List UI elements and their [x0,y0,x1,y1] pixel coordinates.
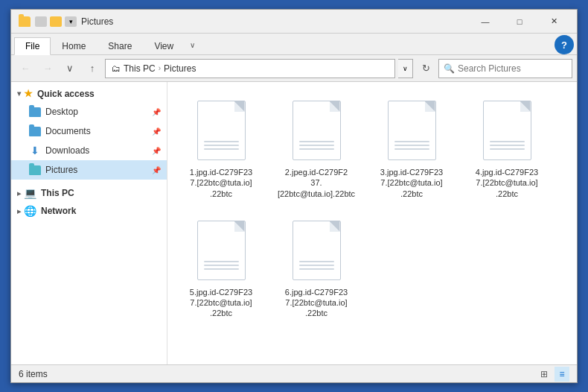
window-controls: — □ ✕ [468,10,571,34]
file-doc-icon-2 [293,101,341,160]
search-box: 🔍 [438,59,572,78]
sidebar-section-quick-access[interactable]: ▾ ★ Quick access [11,85,167,102]
sidebar-item-desktop[interactable]: Desktop 📌 [11,102,167,121]
tab-home[interactable]: Home [51,37,97,54]
documents-folder-icon [29,125,41,137]
breadcrumb-this-pc[interactable]: This PC [124,63,156,74]
sidebar-item-downloads[interactable]: ⬇ Downloads 📌 [11,141,167,160]
file-doc-icon-5 [197,221,246,280]
list-item[interactable]: 2.jpeg.id-C279F237.[22btc@tuta.io].22btc [272,91,361,205]
network-arrow: ▸ [17,207,21,215]
tab-file[interactable]: File [14,37,51,55]
view-controls: ⊞ ≡ [537,367,569,382]
search-icon: 🔍 [444,63,455,74]
path-dropdown-button[interactable]: ∨ [398,59,413,78]
list-item[interactable]: 5.jpg.id-C279F237.[22btc@tuta.io].22btc [176,211,266,325]
path-sep-1: › [159,64,161,72]
file-name-4: 4.jpg.id-C279F237.[22btc@tuta.io].22btc [476,167,538,199]
file-area: 1.jpg.id-C279F237.[22btc@tuta.io].22btc [167,82,577,364]
address-path[interactable]: 🗂 This PC › Pictures [105,59,395,78]
address-bar: ← → ∨ ↑ 🗂 This PC › Pictures ∨ ↻ 🔍 [11,55,577,82]
list-item[interactable]: 1.jpg.id-C279F237.[22btc@tuta.io].22btc [176,91,266,205]
item-count: 6 items [19,369,48,379]
ribbon: File Home Share View ∨ ? [11,34,577,55]
downloads-label: Downloads [45,145,89,156]
desktop-folder-icon [29,106,41,118]
large-icons-view-button[interactable]: ⊞ [537,367,552,382]
breadcrumb-pictures[interactable]: Pictures [164,63,196,74]
documents-label: Documents [45,126,91,136]
quick-icon-dropdown[interactable]: ▾ [65,16,77,27]
file-doc-icon-6 [293,221,341,280]
quick-icon-2 [50,16,62,27]
quick-access-arrow: ▾ [17,89,21,98]
tab-share[interactable]: Share [97,37,143,54]
pictures-pin-icon: 📌 [152,166,161,174]
close-button[interactable]: ✕ [537,10,571,34]
this-pc-arrow: ▸ [17,189,21,197]
file-icon-wrapper-6 [287,217,346,284]
quick-icon-1 [35,16,47,27]
quick-access-icons: ▾ [35,16,77,27]
title-bar: ▾ Pictures — □ ✕ [11,10,577,34]
downloads-icon: ⬇ [29,145,41,157]
help-button[interactable]: ? [555,35,574,54]
folder-title-icon [19,16,31,27]
path-folder-icon: 🗂 [112,63,121,74]
pictures-folder-icon [29,164,41,176]
back-button[interactable]: ← [16,59,35,78]
maximize-button[interactable]: □ [502,10,537,34]
desktop-label: Desktop [45,107,78,117]
documents-pin-icon: 📌 [152,127,161,136]
file-name-5: 5.jpg.id-C279F237.[22btc@tuta.io].22btc [190,287,252,319]
minimize-button[interactable]: — [468,10,502,34]
window-title: Pictures [81,16,468,27]
file-icon-wrapper-4 [477,97,537,164]
sidebar-section-this-pc[interactable]: ▸ 💻 This PC [11,184,167,202]
ribbon-tabs: File Home Share View ∨ ? [11,34,577,54]
quick-access-label: Quick access [37,89,95,99]
search-input[interactable] [458,63,569,74]
main-content: ▾ ★ Quick access Desktop 📌 Documents 📌 [11,82,577,364]
sidebar-item-pictures[interactable]: Pictures 📌 [11,160,167,180]
list-item[interactable]: 4.jpg.id-C279F237.[22btc@tuta.io].22btc [462,91,552,205]
quick-access-star-icon: ★ [24,88,33,99]
network-label: Network [41,206,76,216]
sidebar-item-documents[interactable]: Documents 📌 [11,121,167,141]
tab-view[interactable]: View [143,37,185,54]
file-doc-icon-1 [197,101,246,160]
details-view-button[interactable]: ≡ [555,367,569,382]
forward-button[interactable]: → [38,59,57,78]
refresh-button[interactable]: ↻ [416,59,435,78]
up-button[interactable]: ↑ [83,59,102,78]
file-doc-icon-4 [483,101,531,160]
file-icon-wrapper-3 [382,97,441,164]
file-icon-wrapper-1 [191,97,251,164]
file-name-6: 6.jpg.id-C279F237.[22btc@tuta.io].22btc [285,287,348,319]
ribbon-expand-icon[interactable]: ∨ [185,35,199,54]
file-doc-icon-3 [388,101,436,160]
list-item[interactable]: 3.jpg.id-C279F237.[22btc@tuta.io].22btc [367,91,456,205]
this-pc-label: This PC [41,188,74,198]
file-explorer-window: ▾ Pictures — □ ✕ File Home Share View ∨ … [10,9,578,383]
files-grid: 1.jpg.id-C279F237.[22btc@tuta.io].22btc [176,91,568,325]
list-item[interactable]: 6.jpg.id-C279F237.[22btc@tuta.io].22btc [272,211,361,325]
sidebar: ▾ ★ Quick access Desktop 📌 Documents 📌 [11,82,167,364]
window-icon [17,14,32,29]
file-name-1: 1.jpg.id-C279F237.[22btc@tuta.io].22btc [190,167,252,199]
downloads-pin-icon: 📌 [152,147,161,155]
file-name-3: 3.jpg.id-C279F237.[22btc@tuta.io].22btc [380,167,443,199]
file-icon-wrapper-2 [287,97,346,164]
recent-locations-button[interactable]: ∨ [60,59,80,78]
pictures-label: Pictures [45,165,77,175]
network-icon: 🌐 [24,205,36,217]
file-icon-wrapper-5 [191,217,251,284]
status-bar: 6 items ⊞ ≡ [11,364,577,382]
desktop-pin-icon: 📌 [152,108,161,116]
sidebar-section-network[interactable]: ▸ 🌐 Network [11,202,167,220]
this-pc-icon: 💻 [24,187,36,199]
file-name-2: 2.jpeg.id-C279F237.[22btc@tuta.io].22btc [275,167,358,199]
